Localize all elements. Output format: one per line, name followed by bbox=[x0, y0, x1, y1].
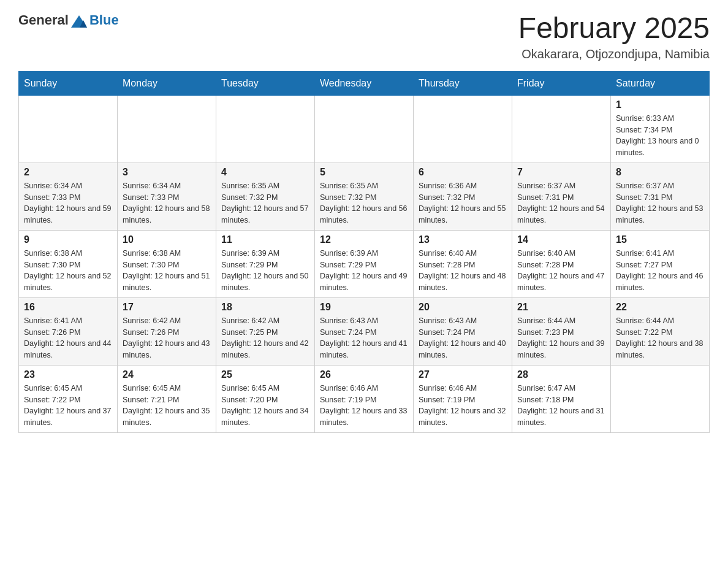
column-header-monday: Monday bbox=[118, 71, 216, 95]
day-info: Sunrise: 6:41 AM Sunset: 7:27 PM Dayligh… bbox=[616, 248, 704, 294]
day-number: 19 bbox=[320, 302, 408, 313]
calendar-cell bbox=[512, 95, 611, 163]
column-header-saturday: Saturday bbox=[611, 71, 710, 95]
day-info: Sunrise: 6:47 AM Sunset: 7:18 PM Dayligh… bbox=[517, 383, 605, 429]
calendar-cell: 24Sunrise: 6:45 AM Sunset: 7:21 PM Dayli… bbox=[118, 365, 216, 432]
calendar-cell bbox=[414, 95, 512, 163]
calendar-cell: 6Sunrise: 6:36 AM Sunset: 7:32 PM Daylig… bbox=[414, 163, 512, 230]
day-info: Sunrise: 6:40 AM Sunset: 7:28 PM Dayligh… bbox=[517, 248, 605, 294]
calendar-cell: 26Sunrise: 6:46 AM Sunset: 7:19 PM Dayli… bbox=[315, 365, 414, 432]
logo-text-general: General Blue bbox=[18, 12, 119, 30]
calendar-cell: 18Sunrise: 6:42 AM Sunset: 7:25 PM Dayli… bbox=[216, 297, 315, 365]
week-row-5: 23Sunrise: 6:45 AM Sunset: 7:22 PM Dayli… bbox=[19, 365, 710, 432]
day-info: Sunrise: 6:38 AM Sunset: 7:30 PM Dayligh… bbox=[24, 248, 112, 294]
calendar-cell bbox=[19, 95, 118, 163]
month-title: February 2025 bbox=[518, 12, 710, 45]
day-info: Sunrise: 6:43 AM Sunset: 7:24 PM Dayligh… bbox=[419, 315, 507, 361]
calendar-cell: 2Sunrise: 6:34 AM Sunset: 7:33 PM Daylig… bbox=[19, 163, 118, 230]
day-number: 26 bbox=[320, 369, 408, 380]
calendar-cell: 25Sunrise: 6:45 AM Sunset: 7:20 PM Dayli… bbox=[216, 365, 315, 432]
day-info: Sunrise: 6:44 AM Sunset: 7:22 PM Dayligh… bbox=[616, 315, 704, 361]
day-info: Sunrise: 6:37 AM Sunset: 7:31 PM Dayligh… bbox=[616, 180, 704, 226]
calendar-cell: 23Sunrise: 6:45 AM Sunset: 7:22 PM Dayli… bbox=[19, 365, 118, 432]
logo: General Blue bbox=[18, 12, 119, 30]
day-info: Sunrise: 6:46 AM Sunset: 7:19 PM Dayligh… bbox=[320, 383, 408, 429]
day-number: 17 bbox=[123, 302, 211, 313]
day-number: 21 bbox=[517, 302, 605, 313]
day-info: Sunrise: 6:42 AM Sunset: 7:25 PM Dayligh… bbox=[221, 315, 309, 361]
day-number: 3 bbox=[123, 167, 211, 178]
day-number: 8 bbox=[616, 167, 704, 178]
calendar-cell: 1Sunrise: 6:33 AM Sunset: 7:34 PM Daylig… bbox=[611, 95, 710, 163]
day-number: 2 bbox=[24, 167, 112, 178]
day-info: Sunrise: 6:34 AM Sunset: 7:33 PM Dayligh… bbox=[123, 180, 211, 226]
calendar-cell: 9Sunrise: 6:38 AM Sunset: 7:30 PM Daylig… bbox=[19, 230, 118, 297]
day-number: 22 bbox=[616, 302, 704, 313]
logo-icon bbox=[70, 14, 88, 30]
calendar-cell: 11Sunrise: 6:39 AM Sunset: 7:29 PM Dayli… bbox=[216, 230, 315, 297]
day-info: Sunrise: 6:33 AM Sunset: 7:34 PM Dayligh… bbox=[616, 113, 704, 159]
week-row-3: 9Sunrise: 6:38 AM Sunset: 7:30 PM Daylig… bbox=[19, 230, 710, 297]
calendar-cell: 19Sunrise: 6:43 AM Sunset: 7:24 PM Dayli… bbox=[315, 297, 414, 365]
day-number: 7 bbox=[517, 167, 605, 178]
calendar-cell: 3Sunrise: 6:34 AM Sunset: 7:33 PM Daylig… bbox=[118, 163, 216, 230]
calendar-cell: 15Sunrise: 6:41 AM Sunset: 7:27 PM Dayli… bbox=[611, 230, 710, 297]
calendar-cell: 20Sunrise: 6:43 AM Sunset: 7:24 PM Dayli… bbox=[414, 297, 512, 365]
day-info: Sunrise: 6:37 AM Sunset: 7:31 PM Dayligh… bbox=[517, 180, 605, 226]
day-info: Sunrise: 6:41 AM Sunset: 7:26 PM Dayligh… bbox=[24, 315, 112, 361]
calendar-table: SundayMondayTuesdayWednesdayThursdayFrid… bbox=[18, 71, 710, 433]
calendar-cell bbox=[216, 95, 315, 163]
day-number: 25 bbox=[221, 369, 309, 380]
week-row-2: 2Sunrise: 6:34 AM Sunset: 7:33 PM Daylig… bbox=[19, 163, 710, 230]
calendar-cell: 16Sunrise: 6:41 AM Sunset: 7:26 PM Dayli… bbox=[19, 297, 118, 365]
week-row-1: 1Sunrise: 6:33 AM Sunset: 7:34 PM Daylig… bbox=[19, 95, 710, 163]
column-header-tuesday: Tuesday bbox=[216, 71, 315, 95]
day-number: 5 bbox=[320, 167, 408, 178]
day-info: Sunrise: 6:38 AM Sunset: 7:30 PM Dayligh… bbox=[123, 248, 211, 294]
day-number: 18 bbox=[221, 302, 309, 313]
day-number: 23 bbox=[24, 369, 112, 380]
day-info: Sunrise: 6:40 AM Sunset: 7:28 PM Dayligh… bbox=[419, 248, 507, 294]
day-info: Sunrise: 6:35 AM Sunset: 7:32 PM Dayligh… bbox=[320, 180, 408, 226]
day-info: Sunrise: 6:45 AM Sunset: 7:22 PM Dayligh… bbox=[24, 383, 112, 429]
day-number: 4 bbox=[221, 167, 309, 178]
day-number: 9 bbox=[24, 234, 112, 245]
day-number: 27 bbox=[419, 369, 507, 380]
day-info: Sunrise: 6:39 AM Sunset: 7:29 PM Dayligh… bbox=[221, 248, 309, 294]
day-info: Sunrise: 6:42 AM Sunset: 7:26 PM Dayligh… bbox=[123, 315, 211, 361]
day-number: 16 bbox=[24, 302, 112, 313]
day-number: 1 bbox=[616, 99, 704, 110]
calendar-cell: 28Sunrise: 6:47 AM Sunset: 7:18 PM Dayli… bbox=[512, 365, 611, 432]
day-number: 28 bbox=[517, 369, 605, 380]
day-number: 13 bbox=[419, 234, 507, 245]
day-number: 15 bbox=[616, 234, 704, 245]
day-info: Sunrise: 6:43 AM Sunset: 7:24 PM Dayligh… bbox=[320, 315, 408, 361]
column-header-sunday: Sunday bbox=[19, 71, 118, 95]
day-number: 11 bbox=[221, 234, 309, 245]
calendar-cell: 7Sunrise: 6:37 AM Sunset: 7:31 PM Daylig… bbox=[512, 163, 611, 230]
day-number: 10 bbox=[123, 234, 211, 245]
day-number: 12 bbox=[320, 234, 408, 245]
calendar-cell bbox=[611, 365, 710, 432]
day-info: Sunrise: 6:35 AM Sunset: 7:32 PM Dayligh… bbox=[221, 180, 309, 226]
calendar-cell: 13Sunrise: 6:40 AM Sunset: 7:28 PM Dayli… bbox=[414, 230, 512, 297]
calendar-header-row: SundayMondayTuesdayWednesdayThursdayFrid… bbox=[19, 71, 710, 95]
column-header-thursday: Thursday bbox=[414, 71, 512, 95]
day-info: Sunrise: 6:39 AM Sunset: 7:29 PM Dayligh… bbox=[320, 248, 408, 294]
day-info: Sunrise: 6:46 AM Sunset: 7:19 PM Dayligh… bbox=[419, 383, 507, 429]
day-number: 14 bbox=[517, 234, 605, 245]
day-number: 20 bbox=[419, 302, 507, 313]
calendar-cell: 22Sunrise: 6:44 AM Sunset: 7:22 PM Dayli… bbox=[611, 297, 710, 365]
week-row-4: 16Sunrise: 6:41 AM Sunset: 7:26 PM Dayli… bbox=[19, 297, 710, 365]
day-info: Sunrise: 6:45 AM Sunset: 7:21 PM Dayligh… bbox=[123, 383, 211, 429]
calendar-cell: 17Sunrise: 6:42 AM Sunset: 7:26 PM Dayli… bbox=[118, 297, 216, 365]
calendar-cell: 27Sunrise: 6:46 AM Sunset: 7:19 PM Dayli… bbox=[414, 365, 512, 432]
calendar-cell: 4Sunrise: 6:35 AM Sunset: 7:32 PM Daylig… bbox=[216, 163, 315, 230]
page-header: General Blue February 2025 Okakarara, Ot… bbox=[18, 12, 710, 61]
day-number: 6 bbox=[419, 167, 507, 178]
calendar-cell bbox=[118, 95, 216, 163]
day-info: Sunrise: 6:34 AM Sunset: 7:33 PM Dayligh… bbox=[24, 180, 112, 226]
calendar-cell: 5Sunrise: 6:35 AM Sunset: 7:32 PM Daylig… bbox=[315, 163, 414, 230]
day-info: Sunrise: 6:36 AM Sunset: 7:32 PM Dayligh… bbox=[419, 180, 507, 226]
calendar-cell: 12Sunrise: 6:39 AM Sunset: 7:29 PM Dayli… bbox=[315, 230, 414, 297]
